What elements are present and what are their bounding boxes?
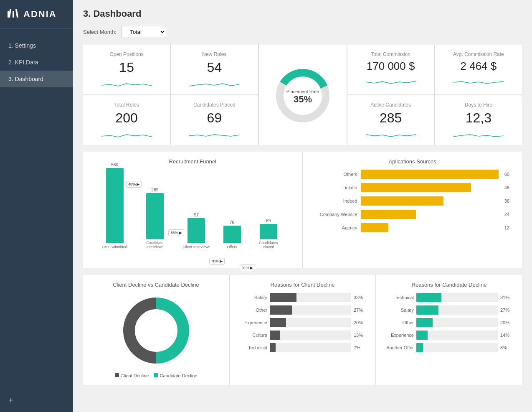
candidate-decline-card: Reasons for Candidate Decline Technical … xyxy=(376,275,522,385)
source-indeed-label: Indeed xyxy=(316,198,357,203)
decline-donut-svg: 50% 50% xyxy=(119,293,194,368)
app-sources-list: Others 60 LinkdIn 48 Indeed xyxy=(312,170,514,232)
kpi-active-candidates: Active Candidates 285 xyxy=(347,95,434,145)
client-pct-salary: 33% xyxy=(354,295,367,300)
source-others-val: 60 xyxy=(504,172,509,177)
sidebar-logo: ADNIA xyxy=(0,0,73,29)
cand-bar-wrap-experience xyxy=(416,331,498,340)
cand-row-other: Other 20% xyxy=(385,318,514,327)
cand-label-salary: Salary xyxy=(385,308,414,313)
kpi-total-roles-value: 200 xyxy=(91,110,162,126)
funnel-val-placed: 69 xyxy=(266,219,271,223)
kpi-days-to-hire: Days to Hire 12,3 xyxy=(435,95,522,145)
client-pct-experience: 20% xyxy=(354,320,367,325)
source-agency: Agency 12 xyxy=(316,223,510,232)
svg-rect-2 xyxy=(13,11,14,18)
client-label-salary: Salary xyxy=(238,295,267,300)
funnel-label-offers: Offers xyxy=(227,245,237,249)
kpi-open-positions-label: Open Positions xyxy=(91,51,162,57)
cand-label-another: Another Offer xyxy=(385,345,414,350)
cand-label-other: Other xyxy=(385,320,414,325)
cand-row-salary: Salary 27% xyxy=(385,305,514,315)
candidate-decline-title: Reasons for Candidate Decline xyxy=(385,282,514,288)
app-sources-card: Aplications Sources Others 60 LinkdIn 48 xyxy=(303,152,522,268)
svg-text:Placement Rate: Placement Rate xyxy=(286,89,319,94)
kpi-total-roles: Total Roles 200 xyxy=(83,95,170,145)
kpi-avg-commission-sparkline xyxy=(443,77,514,87)
funnel-col-placed: 91% ▶ 69 Candidates Placed xyxy=(254,219,283,249)
funnel-val-offers: 76 xyxy=(230,220,234,225)
decline-donut-card: Client Decline vs Candidate Decline 50% … xyxy=(83,275,229,385)
cand-label-technical: Technical xyxy=(385,295,414,300)
cand-pct-another: 8% xyxy=(500,345,514,350)
funnel-arrow-1: 48% ▶ xyxy=(126,181,142,188)
kpi-avg-commission-value: 2 464 $ xyxy=(443,60,514,73)
source-linkedin-label: LinkdIn xyxy=(316,185,357,190)
funnel-col-cand-int: 48% ▶ 269 Candidate Interviews xyxy=(140,188,170,249)
kpi-candidates-placed-value: 69 xyxy=(179,110,249,126)
kpi-avg-commission: Avg. Commission Rate 2 464 $ xyxy=(435,45,522,94)
funnel-val-client-int: 97 xyxy=(194,213,199,217)
kpi-candidates-placed: Candidates Placed 69 xyxy=(171,95,258,145)
charts-row: Recruitment Funnel 560 CVs Submitted 48%… xyxy=(83,152,522,268)
kpi-total-roles-sparkline xyxy=(91,130,162,140)
sidebar-item-dashboard[interactable]: 3. Dashboard xyxy=(0,71,73,87)
page-title: 3. Dashboard xyxy=(83,8,522,19)
month-select[interactable]: Total JanuaryFebruaryMarch xyxy=(122,26,166,38)
kpi-new-roles-value: 54 xyxy=(179,60,249,75)
client-bar-technical xyxy=(270,343,276,352)
cand-bar-wrap-other xyxy=(416,318,498,327)
source-linkedin: LinkdIn 48 xyxy=(316,183,510,192)
source-linkedin-bar xyxy=(361,183,471,192)
source-agency-val: 12 xyxy=(504,225,509,230)
kpi-grid: Open Positions 15 New Roles 54 Placement… xyxy=(83,45,522,145)
funnel-label-client-int: Client Interviews xyxy=(182,245,210,249)
kpi-candidates-placed-label: Candidates Placed xyxy=(179,102,249,108)
source-others-label: Others xyxy=(316,172,357,177)
kpi-avg-commission-label: Avg. Commission Rate xyxy=(443,51,514,57)
filter-label: Select Month: xyxy=(83,29,117,35)
sidebar-item-kpi[interactable]: 2. KPI Data xyxy=(0,54,73,71)
recruitment-funnel-card: Recruitment Funnel 560 CVs Submitted 48%… xyxy=(83,152,302,268)
funnel-val-cvs: 560 xyxy=(111,163,118,167)
kpi-open-positions-sparkline xyxy=(91,79,162,89)
sidebar-item-settings[interactable]: 1. Settings xyxy=(0,37,73,54)
client-pct-culture: 13% xyxy=(354,333,367,338)
main-content: 3. Dashboard Select Month: Total January… xyxy=(73,0,532,412)
sidebar-nav: 1. Settings 2. KPI Data 3. Dashboard xyxy=(0,29,73,389)
client-label-other: Other xyxy=(238,308,267,313)
client-decline-title: Reasons for Client Decline xyxy=(238,282,367,288)
candidate-decline-chart: Technical 31% Salary 27% Other xyxy=(385,293,514,352)
funnel-val-cand-int: 269 xyxy=(152,188,159,192)
add-button[interactable]: + xyxy=(0,389,73,412)
app-sources-title: Aplications Sources xyxy=(312,158,514,165)
source-indeed: Indeed 36 xyxy=(316,196,510,206)
funnel-bar-placed xyxy=(260,224,277,239)
kpi-total-commission-label: Total Commission xyxy=(356,51,426,57)
funnel-bar-client-int xyxy=(187,218,205,243)
cand-pct-experience: 14% xyxy=(500,333,514,338)
filter-row: Select Month: Total JanuaryFebruaryMarch xyxy=(83,26,522,38)
client-decline-card: Reasons for Client Decline Salary 33% Ot… xyxy=(230,275,375,385)
client-bar-other xyxy=(270,305,292,315)
kpi-total-commission-sparkline xyxy=(356,77,426,87)
client-bar-experience xyxy=(270,318,286,327)
decline-donut-wrap: 50% 50% Client Decline Candidate Decline xyxy=(91,293,220,378)
funnel-bar-cvs xyxy=(106,168,124,243)
client-bar-culture xyxy=(270,331,280,340)
source-others: Others 60 xyxy=(316,170,510,179)
kpi-days-to-hire-value: 12,3 xyxy=(443,110,514,126)
kpi-new-roles-sparkline xyxy=(179,79,249,89)
client-label-experience: Experience xyxy=(238,320,267,325)
client-row-other: Other 27% xyxy=(238,305,367,315)
source-indeed-val: 36 xyxy=(504,198,509,203)
kpi-candidates-placed-sparkline xyxy=(179,130,249,140)
kpi-open-positions: Open Positions 15 xyxy=(83,45,170,94)
funnel-arrow-2: 36% ▶ xyxy=(168,229,184,236)
client-bar-wrap-culture xyxy=(270,331,351,340)
logo-text: ADNIA xyxy=(23,9,57,20)
cand-bar-wrap-another xyxy=(416,343,498,352)
cand-bar-other xyxy=(416,318,433,327)
source-company: Company Website 24 xyxy=(316,210,510,219)
decline-donut-title: Client Decline vs Candidate Decline xyxy=(91,282,220,288)
